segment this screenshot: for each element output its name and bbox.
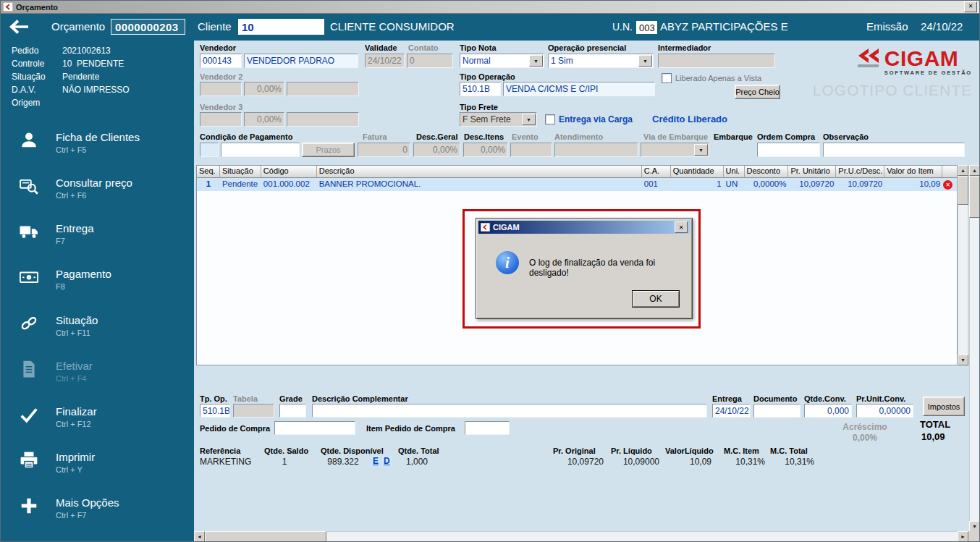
header-cell-uni[interactable]: Uni. xyxy=(724,166,745,178)
scrollbar-thumb[interactable] xyxy=(958,176,968,205)
pr-liquido-label: Pr. Líquido xyxy=(611,446,652,455)
checkbox-box[interactable] xyxy=(662,73,672,83)
brand-text: CIGAM xyxy=(884,48,972,69)
scrollbar-thumb[interactable] xyxy=(205,531,326,542)
scroll-up-button[interactable]: ▲ xyxy=(969,165,980,176)
header-cell-actions xyxy=(942,166,957,178)
tabela-field xyxy=(233,404,274,418)
preco-cheio-button[interactable]: Preço Cheio xyxy=(735,85,780,99)
un-code-field[interactable]: 003 xyxy=(636,21,657,34)
sidebar-item-finalizar[interactable]: Finalizar Ctrl + F12 xyxy=(1,404,194,440)
link-d[interactable]: D xyxy=(382,456,392,466)
back-button[interactable] xyxy=(8,18,33,37)
qtde-conv-field[interactable]: 0,000 xyxy=(804,404,852,418)
checkbox-box[interactable] xyxy=(545,114,555,124)
impostos-button[interactable]: Impostos xyxy=(923,397,965,416)
referencia-label: Referência xyxy=(200,446,240,455)
dialog-window: CIGAM ✕ i O log de finalização da venda … xyxy=(476,218,693,319)
pedido-compra-field[interactable] xyxy=(274,421,355,435)
evento-label: Evento xyxy=(512,132,538,141)
tipo-operacao-name-field[interactable]: VENDA C/ICMS E C/IPI xyxy=(503,82,655,96)
cigam-window-icon xyxy=(3,2,13,12)
scroll-left-button[interactable]: ◄ xyxy=(194,531,205,542)
atendimento-field xyxy=(554,143,638,157)
scroll-right-button[interactable]: ► xyxy=(958,531,968,542)
scroll-down-button[interactable]: ▼ xyxy=(969,521,980,532)
window-close-button[interactable]: ✕ xyxy=(964,1,977,12)
scrollbar-corner xyxy=(968,531,980,542)
sidebar-item-situacao[interactable]: Situação Ctrl + F11 xyxy=(1,313,194,349)
dialog-close-button[interactable]: ✕ xyxy=(675,221,688,233)
sidebar-item-consultar-preco[interactable]: Consultar preço Ctrl + F6 xyxy=(1,175,194,211)
un-name: ABYZ PARTICIPAÇÕES E xyxy=(660,20,788,33)
tipo-nota-select[interactable]: Normal▼ xyxy=(460,54,544,68)
mc-total-label: M.C. Total xyxy=(770,446,808,455)
cigam-logo-mark xyxy=(854,48,880,69)
ordem-compra-field[interactable] xyxy=(757,143,820,157)
via-embarque-select[interactable]: ▼ xyxy=(641,143,709,157)
dropdown-arrow-icon[interactable]: ▼ xyxy=(638,55,652,67)
condicao-pagamento-code-field[interactable] xyxy=(200,143,219,157)
grade-field[interactable] xyxy=(279,404,306,418)
cliente-label: Cliente xyxy=(198,20,232,33)
banknote-icon xyxy=(20,268,40,288)
scroll-down-button[interactable]: ▼ xyxy=(958,355,968,365)
qtde-total-value: 1,000 xyxy=(398,457,436,467)
entrega-via-carga-checkbox[interactable]: Entrega via Carga xyxy=(545,114,633,124)
scrollbar-thumb[interactable] xyxy=(969,176,980,218)
header-cell-desconto[interactable]: Desconto xyxy=(745,166,789,178)
sidebar-item-entrega[interactable]: Entrega F7 xyxy=(1,221,194,257)
sidebar-item-mais-opcoes[interactable]: Mais Opções Ctrl + F7 xyxy=(1,495,194,531)
entrega-label: Entrega xyxy=(712,394,742,403)
documento-field[interactable] xyxy=(753,404,801,418)
vendedor-name-field[interactable]: VENDEDOR PADRAO xyxy=(244,54,358,68)
tipo-frete-label: Tipo Frete xyxy=(460,103,498,111)
horizontal-scrollbar[interactable]: ◄ ► xyxy=(194,531,968,542)
ok-button[interactable]: OK xyxy=(632,290,680,308)
header-cell-codigo[interactable]: Código xyxy=(261,166,317,178)
sidebar-item-imprimir[interactable]: Imprimir Ctrl + Y xyxy=(1,449,194,486)
sidebar-item-ficha-de-clientes[interactable]: Ficha de Clientes Ctrl + F5 xyxy=(1,130,194,166)
tipo-frete-select[interactable]: F Sem Frete▼ xyxy=(460,112,537,127)
item-pedido-compra-field[interactable] xyxy=(465,421,510,435)
via-embarque-label: Via de Embarque xyxy=(643,132,708,141)
dropdown-arrow-icon[interactable]: ▼ xyxy=(694,144,708,156)
contato-field: 0 xyxy=(407,54,453,68)
table-row[interactable]: 1 Pendente 001.000.002 BANNER PROMOCIONA… xyxy=(197,178,957,191)
pr-unit-conv-field[interactable]: 0,00000 xyxy=(856,404,913,418)
descricao-complementar-field[interactable] xyxy=(312,404,707,418)
sidebar-item-pagamento[interactable]: Pagamento F8 xyxy=(1,266,194,302)
link-e[interactable]: E xyxy=(371,456,380,466)
header-cell-quantidade[interactable]: Quantidade xyxy=(671,166,724,178)
tipo-operacao-code-field[interactable]: 510.1B xyxy=(460,82,501,96)
header-cell-valor-item[interactable]: Valor do Item xyxy=(884,166,942,178)
main-vertical-scrollbar[interactable]: ▲ ▼ xyxy=(969,165,980,532)
header-cell-descricao[interactable]: Descrição xyxy=(317,166,642,178)
header-cell-seq[interactable]: Seq. xyxy=(197,166,220,178)
sidebar: Pedido2021002613 Controle10 PENDENTE Sit… xyxy=(1,41,194,542)
header-cell-pr-u-c-desc[interactable]: Pr.U.c/Desc. xyxy=(836,166,884,178)
dropdown-arrow-icon[interactable]: ▼ xyxy=(529,55,543,67)
observacao-field[interactable] xyxy=(823,143,965,157)
vendedor-code-field[interactable]: 000143 xyxy=(200,54,242,68)
entrega-field[interactable]: 24/10/22 xyxy=(712,404,751,418)
delete-item-icon[interactable]: ✕ xyxy=(943,180,952,190)
operacao-presencial-select[interactable]: 1 Sim▼ xyxy=(548,54,654,68)
table-vertical-scrollbar[interactable]: ▲ ▼ xyxy=(958,165,968,365)
plus-icon xyxy=(20,496,40,517)
liberado-avista-checkbox[interactable]: Liberado Apenas a Vista xyxy=(662,73,761,83)
printer-icon xyxy=(20,451,40,471)
cliente-code-field[interactable]: 10 xyxy=(238,19,324,35)
dropdown-arrow-icon[interactable]: ▼ xyxy=(522,114,536,125)
vendedor3-label: Vendedor 3 xyxy=(200,103,242,111)
documento-label: Documento xyxy=(753,394,798,403)
tp-op-field[interactable]: 510.1B xyxy=(200,404,230,418)
orcamento-number-field[interactable]: 0000000203 xyxy=(111,19,185,35)
condicao-pagamento-name-field[interactable] xyxy=(221,143,300,157)
header-cell-ca[interactable]: C.A. xyxy=(642,166,671,178)
header-cell-pr-unitario[interactable]: Pr. Unitário xyxy=(788,166,836,178)
scroll-up-button[interactable]: ▲ xyxy=(958,165,968,176)
atendimento-label: Atendimento xyxy=(554,132,603,141)
vendedor3-name-field xyxy=(287,112,359,127)
header-cell-situacao[interactable]: Situação xyxy=(220,166,261,178)
